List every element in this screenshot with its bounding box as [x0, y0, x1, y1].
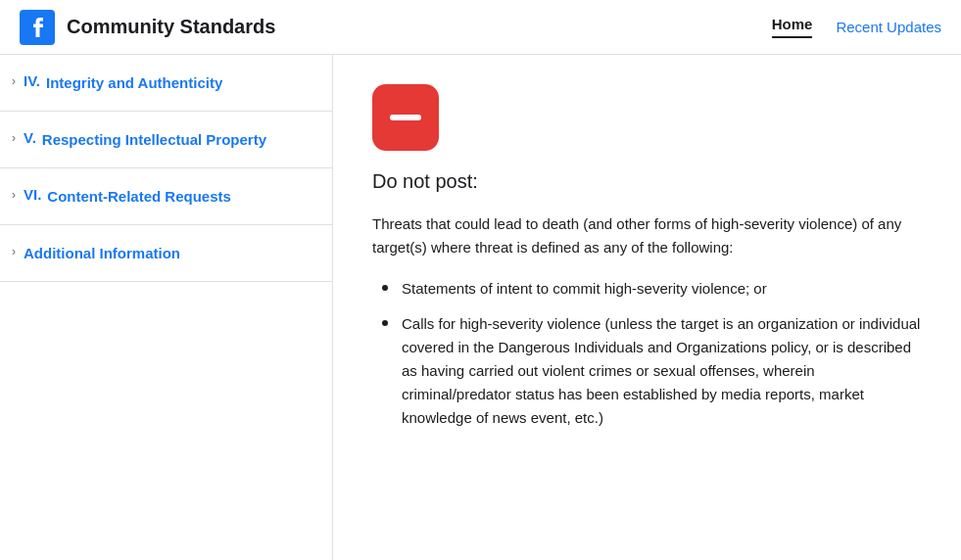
chevron-icon: › — [12, 245, 16, 258]
nav-recent-updates-link[interactable]: Recent Updates — [836, 19, 941, 35]
sidebar-item-label: Content-Related Requests — [47, 186, 231, 207]
facebook-logo — [20, 10, 55, 45]
list-item-text: Statements of intent to commit high-seve… — [402, 277, 767, 301]
chevron-icon: › — [12, 188, 16, 202]
minus-symbol — [390, 115, 421, 120]
do-not-post-icon — [372, 84, 439, 151]
chevron-icon: › — [12, 74, 16, 88]
sidebar-item-intellectual-property[interactable]: › V. Respecting Intellectual Property — [0, 112, 332, 168]
list-item: Calls for high-severity violence (unless… — [382, 312, 922, 430]
main-layout: › IV. Integrity and Authenticity › V. Re… — [0, 55, 961, 560]
list-item-text: Calls for high-severity violence (unless… — [402, 312, 922, 430]
bullet-list: Statements of intent to commit high-seve… — [372, 277, 922, 430]
sidebar: › IV. Integrity and Authenticity › V. Re… — [0, 55, 333, 560]
nav-home-link[interactable]: Home — [772, 16, 813, 38]
sidebar-item-label: Respecting Intellectual Property — [42, 129, 266, 150]
sidebar-item-additional-info[interactable]: › Additional Information — [0, 225, 332, 282]
list-item: Statements of intent to commit high-seve… — [382, 277, 922, 301]
main-content: Do not post: Threats that could lead to … — [333, 55, 961, 560]
sidebar-item-integrity[interactable]: › IV. Integrity and Authenticity — [0, 55, 332, 112]
sidebar-item-label: Integrity and Authenticity — [46, 72, 222, 93]
sidebar-item-number: IV. — [24, 72, 40, 89]
sidebar-item-content-related[interactable]: › VI. Content-Related Requests — [0, 168, 332, 225]
content-paragraph: Threats that could lead to death (and ot… — [372, 212, 922, 259]
sidebar-item-number: VI. — [24, 186, 41, 203]
header-left: Community Standards — [20, 10, 275, 45]
sidebar-item-content: IV. Integrity and Authenticity — [24, 72, 222, 93]
sidebar-item-content: VI. Content-Related Requests — [24, 186, 231, 207]
header-title: Community Standards — [67, 16, 275, 38]
header-nav: Home Recent Updates — [772, 16, 941, 38]
bullet-dot — [382, 285, 388, 291]
sidebar-item-number: V. — [24, 129, 36, 146]
sidebar-item-content: Additional Information — [24, 243, 180, 263]
chevron-icon: › — [12, 131, 16, 145]
sidebar-item-label: Additional Information — [24, 243, 180, 263]
sidebar-item-content: V. Respecting Intellectual Property — [24, 129, 266, 150]
bullet-dot — [382, 320, 388, 326]
header: Community Standards Home Recent Updates — [0, 0, 961, 55]
do-not-post-title: Do not post: — [372, 170, 922, 193]
